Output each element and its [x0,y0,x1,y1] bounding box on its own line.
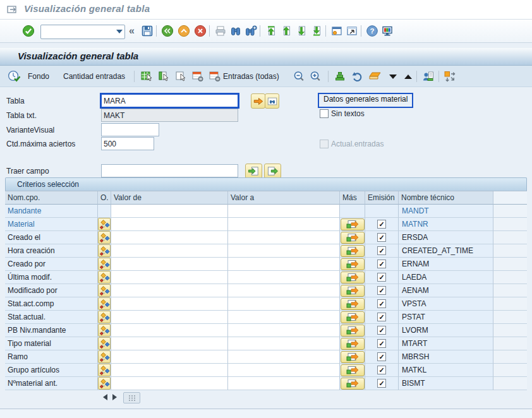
value-from-input[interactable] [111,271,227,284]
undo-button[interactable] [350,69,364,83]
exit-button[interactable] [177,24,191,38]
zoom-in-button[interactable] [308,69,322,83]
criterios-tray-header[interactable]: Criterios selección [5,177,527,191]
multiple-selection-button[interactable] [341,272,365,284]
value-from-input[interactable] [111,350,227,363]
emision-checkbox[interactable]: ✓ [377,313,386,321]
value-to-input[interactable] [228,205,339,217]
value-to-input[interactable] [228,284,339,297]
selection-options-button[interactable] [98,271,111,284]
selection-options-button[interactable] [98,244,111,257]
multiple-selection-button[interactable] [341,338,365,350]
select-all-button[interactable] [140,69,154,83]
variant-down-button[interactable] [386,69,400,83]
variante-input[interactable] [101,123,159,136]
transfer-field-button[interactable] [245,164,262,179]
selection-options-button[interactable] [98,350,111,363]
command-field[interactable] [40,25,125,39]
value-to-input[interactable] [228,364,339,376]
selection-options-button[interactable] [98,337,111,350]
execute-button[interactable] [8,69,21,83]
value-to-input[interactable] [228,258,339,270]
value-to-input[interactable] [228,218,339,230]
multiple-selection-button[interactable] [341,258,365,270]
value-from-input[interactable] [111,284,227,297]
multiple-selection-button[interactable] [341,325,365,337]
value-from-input[interactable] [111,218,227,230]
value-to-input[interactable] [228,337,339,350]
multiple-selection-button[interactable] [341,218,365,230]
print-button[interactable] [214,24,227,38]
variant-up-button[interactable] [401,69,415,83]
value-to-input[interactable] [228,244,339,257]
selection-options-button[interactable] [98,297,111,310]
save-button[interactable] [140,24,154,38]
multiple-selection-button[interactable] [341,245,365,257]
selection-options-button[interactable] [98,284,111,297]
value-from-input[interactable] [111,231,227,244]
sort-button[interactable] [333,69,347,83]
value-from-input[interactable] [111,297,227,310]
eraser-button[interactable] [368,69,382,83]
value-to-input[interactable] [228,377,339,390]
tabla-input[interactable] [101,94,238,107]
selection-options-button[interactable] [98,258,111,270]
user-parameters-button[interactable] [421,69,435,83]
first-page-button[interactable] [264,24,278,38]
fondo-button[interactable]: Fondo [28,72,49,81]
multiple-selection-button[interactable] [341,232,365,244]
multiple-selection-button[interactable] [341,378,365,390]
sin-textos-checkbox[interactable] [320,109,329,118]
selection-options-button[interactable] [98,231,111,244]
selection-options-button[interactable] [98,377,111,390]
emision-checkbox[interactable]: ✓ [377,273,386,282]
selection-options-button[interactable] [98,364,111,376]
deselect-all-button[interactable] [174,69,188,83]
entries-all-button[interactable] [208,69,222,83]
new-session-button[interactable] [330,24,344,38]
value-to-input[interactable] [228,350,339,363]
create-shortcut-button[interactable] [345,24,359,38]
value-from-input[interactable] [111,244,227,257]
emision-checkbox[interactable]: ✓ [377,286,386,295]
selection-options-button[interactable] [98,324,111,337]
next-page-button[interactable] [294,24,308,38]
emision-checkbox[interactable]: ✓ [377,339,386,348]
emision-checkbox[interactable]: ✓ [377,379,386,388]
emision-checkbox[interactable]: ✓ [377,246,386,255]
enter-button[interactable] [21,24,35,38]
command-input[interactable] [42,26,113,38]
zoom-out-button[interactable] [292,69,306,83]
entradas-todas-label[interactable]: Entradas (todas) [223,72,279,81]
cantidad-entradas-button[interactable]: Cantidad entradas [63,72,125,81]
scroll-left-button[interactable] [101,393,109,402]
value-to-input[interactable] [228,311,339,323]
scrollbar-grip[interactable] [123,392,140,403]
selection-options-button[interactable] [98,218,111,230]
previous-page-button[interactable] [279,24,293,38]
emision-checkbox[interactable]: ✓ [377,366,386,374]
traer-campo-input[interactable] [101,164,238,177]
value-from-input[interactable] [111,377,227,390]
value-to-input[interactable] [228,271,339,284]
emision-checkbox[interactable]: ✓ [377,233,386,242]
select-block-button[interactable] [157,69,171,83]
transfer-all-fields-button[interactable] [264,164,281,179]
back-button[interactable] [160,24,174,38]
delete-selection-button[interactable] [191,69,205,83]
collapse-toolbar-icon[interactable]: « [129,25,135,37]
value-from-input[interactable] [111,311,227,323]
emision-checkbox[interactable]: ✓ [377,220,386,229]
value-to-input[interactable] [228,231,339,244]
emision-checkbox[interactable]: ✓ [377,352,386,361]
cancel-button[interactable] [193,24,207,38]
value-from-input[interactable] [111,337,227,350]
emision-checkbox[interactable]: ✓ [377,326,386,335]
find-next-button[interactable] [244,24,258,38]
multiple-selection-button[interactable] [341,364,365,376]
emision-checkbox[interactable]: ✓ [377,260,386,268]
multiple-selection-button[interactable] [341,298,365,310]
ctd-input[interactable] [101,137,154,150]
customize-layout-button[interactable] [380,24,394,38]
value-to-input[interactable] [228,297,339,310]
